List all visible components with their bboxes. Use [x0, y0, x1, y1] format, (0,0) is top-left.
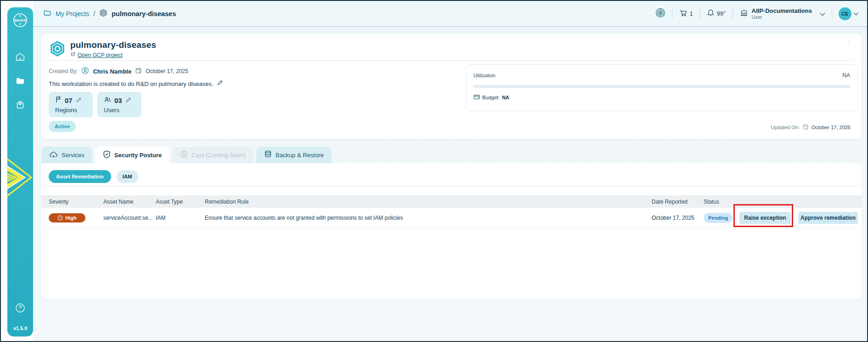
divider: [672, 9, 672, 19]
sidebar-item-home[interactable]: [14, 51, 27, 63]
tab-services[interactable]: Services: [41, 147, 92, 163]
col-remediation-rule: Remediation Rule: [205, 199, 652, 205]
pencil-icon[interactable]: [217, 80, 223, 88]
filter-asset-remediation[interactable]: Asset Remediation: [49, 170, 111, 183]
dollar-circle-icon: [180, 150, 188, 160]
filter-iam[interactable]: IAM: [117, 170, 138, 183]
chevron-down-icon: [853, 10, 859, 17]
database-icon: [264, 150, 272, 160]
breadcrumb: My Projects / pulmonary-diseases: [43, 9, 176, 18]
calendar-icon: [135, 67, 142, 75]
main-content: pulmonary-diseases Open GCP project ⋮ Cr…: [33, 27, 867, 341]
users-icon: [104, 96, 111, 105]
severity-badge: High: [49, 213, 85, 222]
person-icon: [81, 67, 89, 76]
org-name: AIIP-Documentations: [752, 8, 812, 14]
regions-value: 07: [65, 97, 73, 104]
date-reported-cell: October 17, 2025: [652, 215, 704, 221]
cart-button[interactable]: 1: [679, 8, 693, 19]
open-gcp-project-link[interactable]: Open GCP project: [70, 51, 156, 58]
description-row: This workstation is created to do R&D on…: [49, 80, 223, 88]
top-bar: My Projects / pulmonary-diseases 1: [33, 1, 867, 27]
col-asset-type: Asset Type: [156, 199, 205, 205]
help-icon: [15, 302, 26, 314]
top-bar-actions: 1 99+ AIIP-Documentations User: [655, 7, 859, 20]
version-label: v1.5.0: [7, 325, 33, 331]
svg-text:R: R: [19, 23, 21, 25]
updated-on-label: Updated On:: [771, 125, 800, 130]
asset-name-cell: serviceAccount:se...: [103, 215, 156, 221]
pencil-icon[interactable]: [125, 97, 131, 105]
project-kebab-menu[interactable]: ⋮: [845, 41, 852, 44]
tab-security-posture[interactable]: Security Posture: [95, 147, 169, 163]
breadcrumb-separator: /: [93, 10, 95, 17]
projects-folder-icon: [15, 76, 25, 86]
divider: [41, 186, 862, 186]
users-chip: 03 Users: [97, 92, 141, 117]
security-posture-panel: Asset Remediation IAM Severity Asset Nam…: [41, 163, 862, 299]
tab-backup-restore[interactable]: Backup & Restore: [256, 147, 332, 163]
asset-type-cell: IAM: [156, 215, 205, 221]
regions-label: Regions: [55, 107, 86, 114]
updated-on-date: October 17, 2025: [812, 125, 851, 130]
created-by-row: Created By: Chris Namble October 17, 202…: [49, 67, 188, 76]
tab-bar: Services Security Posture Cost (Coming S…: [41, 147, 332, 163]
col-severity: Severity: [49, 199, 103, 205]
users-value: 03: [114, 97, 122, 104]
stat-chips: 07 Regions 03: [49, 92, 141, 117]
link-icon: [70, 51, 76, 58]
status-badge: Active: [49, 121, 76, 132]
annotation-highlight-box: [733, 204, 793, 227]
user-menu[interactable]: CE: [839, 7, 859, 20]
divider: [49, 60, 854, 61]
project-description: This workstation is created to do R&D on…: [49, 80, 213, 87]
cloud-icon: [49, 151, 58, 159]
alert-circle-icon: [57, 215, 63, 221]
remediation-rule-cell: Ensure that service accounts are not gra…: [205, 215, 652, 221]
hexagon-rings-icon: [655, 8, 665, 19]
breadcrumb-my-projects[interactable]: My Projects: [56, 10, 89, 17]
approve-remediation-button[interactable]: Approve remediation: [798, 212, 858, 224]
status-pending-badge: Pending: [704, 213, 733, 223]
svg-text:BAYER: BAYER: [14, 18, 26, 23]
hexagon-gear-icon: [49, 40, 66, 59]
bayer-logo: BAYERBR: [11, 11, 29, 31]
flag-icon: [55, 96, 62, 105]
users-label: Users: [104, 107, 135, 114]
explore-hexagon-button[interactable]: [655, 8, 665, 19]
utilization-label: Utilization: [473, 73, 496, 78]
project-overview-card: pulmonary-diseases Open GCP project ⋮ Cr…: [41, 34, 862, 139]
budget-label: Budget:: [482, 95, 500, 100]
project-header: pulmonary-diseases Open GCP project: [49, 40, 156, 59]
tab-cost[interactable]: Cost (Coming Soon): [172, 147, 254, 163]
home-icon: [15, 52, 25, 62]
calendar-icon: [802, 124, 809, 131]
divider: [699, 9, 700, 19]
org-role: User: [752, 14, 812, 20]
budget-value: NA: [502, 95, 509, 100]
col-asset-name: Asset Name: [103, 199, 156, 205]
sidebar-item-marketplace[interactable]: [14, 98, 27, 111]
remediation-filters: Asset Remediation IAM: [49, 170, 138, 183]
project-title: pulmonary-diseases: [70, 40, 156, 50]
svg-text:B: B: [19, 15, 21, 17]
updated-on-row: Updated On: October 17, 2025: [771, 124, 851, 131]
pencil-icon[interactable]: [76, 97, 82, 105]
notifications-button[interactable]: 99+: [706, 9, 726, 19]
notification-count: 99+: [717, 10, 726, 17]
utilization-progress-bar: [473, 85, 850, 88]
chevron-decoration: [7, 148, 33, 207]
shield-check-icon: [103, 150, 111, 160]
col-date-reported: Date Reported: [652, 199, 704, 205]
created-by-name: Chris Namble: [93, 68, 131, 75]
org-switcher[interactable]: AIIP-Documentations User: [739, 8, 825, 20]
sidebar-nav: [14, 51, 27, 111]
created-date: October 17, 2025: [146, 68, 188, 74]
chevron-down-icon: [820, 10, 825, 18]
avatar: CE: [839, 7, 851, 20]
sidebar-item-projects[interactable]: [14, 74, 27, 87]
wallet-icon: [473, 94, 480, 101]
building-icon: [739, 8, 749, 19]
help-button[interactable]: [15, 302, 26, 315]
hexagon-rings-icon: [99, 9, 107, 18]
